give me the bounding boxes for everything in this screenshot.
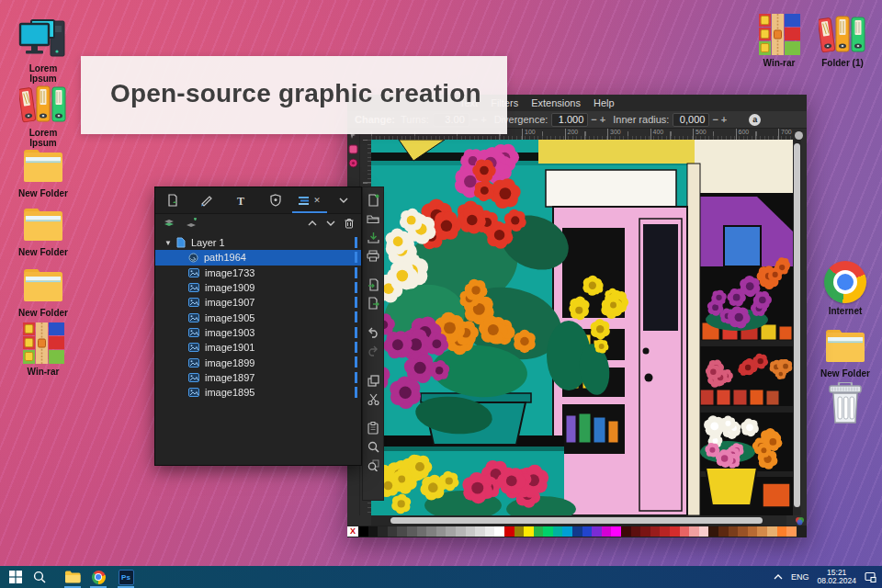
- palette-swatch[interactable]: [631, 526, 641, 537]
- rectangle-tool[interactable]: [347, 142, 359, 156]
- palette-swatch[interactable]: [670, 526, 680, 537]
- redo-icon[interactable]: [366, 344, 380, 358]
- palette-swatch[interactable]: [602, 526, 612, 537]
- menu-extensions[interactable]: Extensions: [531, 97, 581, 108]
- tab-export[interactable]: [155, 187, 189, 213]
- palette-swatch[interactable]: [748, 526, 758, 537]
- inner-radius-decrement[interactable]: −: [712, 114, 718, 125]
- layer-row-layer-1[interactable]: ▼Layer 1: [155, 235, 361, 250]
- expand-caret-icon[interactable]: ▼: [164, 239, 172, 247]
- palette-swatch[interactable]: [436, 526, 447, 537]
- language-indicator[interactable]: ENG: [791, 572, 809, 582]
- layer-item-image1897[interactable]: image1897: [155, 370, 361, 385]
- palette-swatch[interactable]: [543, 526, 553, 537]
- palette-swatch[interactable]: [553, 526, 563, 537]
- lower-layer-icon[interactable]: [326, 220, 335, 226]
- palette-swatch[interactable]: [368, 526, 379, 537]
- palette-swatch[interactable]: [640, 526, 650, 537]
- desktop-icon-trash[interactable]: [818, 382, 873, 427]
- palette-swatch[interactable]: [524, 526, 534, 537]
- notification-center-icon[interactable]: [865, 571, 876, 582]
- palette-swatch[interactable]: [572, 526, 582, 537]
- palette-swatch[interactable]: [592, 526, 602, 537]
- print-icon[interactable]: [366, 248, 380, 263]
- new-layer-icon[interactable]: [163, 219, 175, 228]
- palette-swatch[interactable]: [378, 526, 388, 537]
- undo-icon[interactable]: [366, 325, 380, 340]
- layer-item-image1907[interactable]: image1907: [155, 295, 361, 310]
- clock[interactable]: 15:21 08.02.2024: [817, 569, 856, 586]
- palette-swatch[interactable]: [485, 526, 495, 537]
- start-button[interactable]: [6, 566, 26, 588]
- tab-xml-shield[interactable]: [258, 187, 292, 213]
- desktop-icon-lorem-ipsum[interactable]: Lorem Ipsum: [16, 83, 71, 148]
- raise-layer-icon[interactable]: [308, 220, 317, 226]
- menu-help[interactable]: Help: [594, 97, 615, 108]
- layer-item-path1964[interactable]: path1964: [155, 250, 361, 265]
- palette-swatch[interactable]: [660, 526, 670, 537]
- palette-swatch[interactable]: [689, 526, 699, 537]
- palette-swatch[interactable]: [738, 526, 748, 537]
- layer-item-image1905[interactable]: image1905: [155, 310, 361, 324]
- desktop-icon-new-folder[interactable]: New Folder: [16, 263, 71, 318]
- palette-swatch[interactable]: [699, 526, 709, 537]
- layer-item-image1901[interactable]: image1901: [155, 340, 361, 355]
- divergence-decrement[interactable]: −: [591, 114, 596, 125]
- drawing-canvas[interactable]: [371, 140, 793, 515]
- palette-swatch[interactable]: [417, 526, 427, 537]
- palette-swatch[interactable]: [786, 526, 797, 537]
- vertical-scrollbar[interactable]: [793, 140, 801, 515]
- export-document-icon[interactable]: [366, 296, 380, 311]
- duplicate-icon[interactable]: [366, 373, 380, 388]
- palette-swatch[interactable]: [494, 526, 504, 537]
- layer-item-image1903[interactable]: image1903: [155, 325, 361, 340]
- search-icon[interactable]: [29, 566, 50, 588]
- palette-swatch[interactable]: [446, 526, 456, 537]
- palette-swatch[interactable]: [358, 526, 368, 537]
- color-wheel-icon[interactable]: [794, 516, 805, 526]
- inner-radius-value[interactable]: 0,000: [673, 113, 709, 127]
- tray-chevron-icon[interactable]: [774, 574, 783, 580]
- cut-icon[interactable]: [366, 391, 380, 406]
- delete-layer-icon[interactable]: [345, 218, 354, 229]
- palette-swatch[interactable]: [777, 526, 787, 537]
- palette-swatch[interactable]: [767, 526, 777, 537]
- photoshop-taskbar-icon[interactable]: Ps: [116, 566, 136, 588]
- palette-swatch[interactable]: [397, 526, 407, 537]
- palette-swatch[interactable]: [718, 526, 729, 537]
- palette-swatch[interactable]: [407, 526, 417, 537]
- palette-swatch[interactable]: [708, 526, 718, 537]
- palette-none-swatch[interactable]: X: [347, 526, 358, 537]
- paste-icon[interactable]: [366, 421, 380, 435]
- desktop-icon-new-folder[interactable]: New Folder: [16, 202, 71, 257]
- palette-swatch[interactable]: [504, 526, 514, 537]
- file-explorer-button[interactable]: [62, 566, 83, 588]
- chrome-taskbar-icon[interactable]: [88, 566, 108, 588]
- palette-swatch[interactable]: [466, 526, 476, 537]
- tab-layers[interactable]: ✕: [292, 187, 326, 213]
- desktop-icon-win-rar[interactable]: Win-rar: [752, 13, 807, 68]
- layer-item-image1909[interactable]: image1909: [155, 280, 361, 295]
- zoom-icon[interactable]: [366, 439, 380, 454]
- open-folder-icon[interactable]: [366, 211, 380, 226]
- import-icon[interactable]: [366, 230, 380, 244]
- reset-defaults-icon[interactable]: a: [749, 114, 761, 126]
- palette-swatch[interactable]: [611, 526, 621, 537]
- import-document-icon[interactable]: [366, 277, 380, 292]
- new-document-icon[interactable]: [366, 193, 380, 208]
- desktop-icon-folder-1-[interactable]: Folder (1): [815, 13, 870, 68]
- desktop-icon-win-rar[interactable]: Win-rar: [16, 322, 71, 377]
- desktop-icon-internet[interactable]: Internet: [818, 261, 873, 316]
- palette-swatch[interactable]: [729, 526, 739, 537]
- palette-swatch[interactable]: [757, 526, 767, 537]
- palette-swatch[interactable]: [514, 526, 525, 537]
- layer-item-image1733[interactable]: image1733: [155, 266, 361, 280]
- palette-swatch[interactable]: [582, 526, 593, 537]
- palette-swatch[interactable]: [388, 526, 398, 537]
- palette-swatch[interactable]: [680, 526, 690, 537]
- inner-radius-increment[interactable]: +: [721, 114, 727, 125]
- desktop-icon-new-folder[interactable]: New Folder: [16, 143, 71, 198]
- ellipse-tool[interactable]: [347, 156, 359, 170]
- add-layer-icon[interactable]: [185, 218, 198, 229]
- layer-item-image1899[interactable]: image1899: [155, 355, 361, 369]
